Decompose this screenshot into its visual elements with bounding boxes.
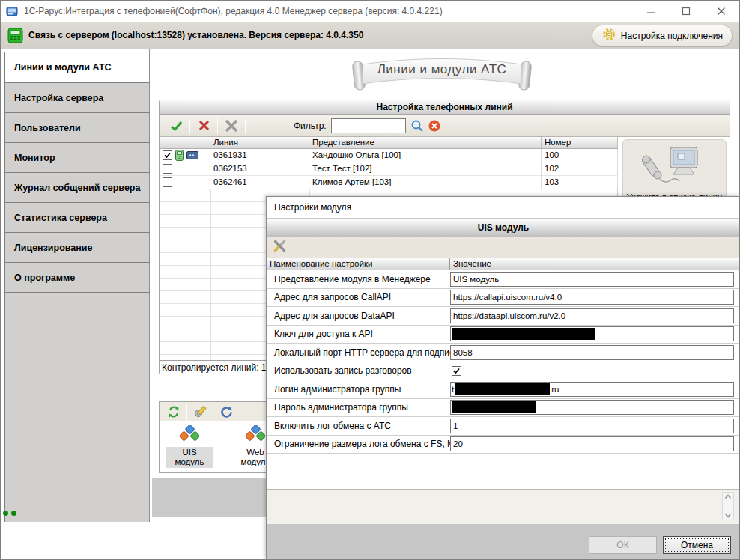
column-header-setting-name[interactable]: Наименование настройки (267, 258, 450, 270)
name-cell: Тест Тест [102] (309, 162, 542, 176)
table-row[interactable]: 0361931Хандошко Ольга [100]100 (160, 149, 618, 162)
setting-label: Адрес для запросов CallAPI (267, 292, 450, 302)
settings-table-header: Наименование настройки Значение (267, 258, 740, 270)
line-checkbox[interactable] (163, 164, 172, 174)
setting-description-area (267, 489, 740, 523)
setting-label: Ключ для доступа к API (267, 329, 450, 339)
reject-lines-button[interactable] (193, 120, 214, 131)
redaction-bar (455, 383, 550, 395)
reload-module-button[interactable] (216, 405, 236, 419)
app-icon (6, 5, 18, 20)
line-cell: 0361931 (210, 149, 309, 162)
gear-icon (601, 27, 616, 44)
refresh-modules-button[interactable] (164, 405, 184, 419)
scroll-down-icon[interactable] (724, 513, 732, 518)
setting-row: Локальный порт HTTP сервера для подписки (267, 344, 740, 362)
refresh-icon (167, 405, 181, 419)
search-button[interactable] (410, 119, 424, 133)
sidebar-item[interactable]: Монитор (5, 142, 149, 172)
number-cell: 102 (542, 162, 618, 176)
setting-input[interactable] (450, 308, 734, 323)
check-icon (170, 120, 183, 132)
setting-input[interactable] (450, 436, 734, 451)
module-settings-dialog: Настройки модуля UIS модуль Наименование… (266, 196, 740, 560)
setting-row: Ключ для доступа к API (267, 326, 740, 344)
bottom-toolbar-strip (152, 478, 270, 517)
check-mark (453, 368, 460, 374)
clear-filter-button[interactable] (428, 120, 440, 132)
table-row[interactable]: 0362153Тест Тест [102]102 (160, 162, 618, 176)
setting-value-cell (450, 400, 740, 415)
scroll-up-icon[interactable] (724, 494, 732, 499)
redaction-suffix: ru (551, 385, 559, 394)
titlebar: 1С-Рарус:Интеграция с телефонией(СофтФон… (0, 0, 740, 22)
setting-value-cell: tru (450, 382, 740, 397)
column-header-setting-value[interactable]: Значение (450, 258, 740, 270)
maximize-icon (682, 7, 691, 16)
reload-icon (219, 405, 233, 419)
setting-input[interactable] (450, 345, 734, 360)
sidebar-item[interactable]: Линии и модули АТС (5, 52, 149, 82)
lines-toolbar: Фильтр: (160, 115, 730, 137)
setting-label: Представление модуля в Менеджере (267, 274, 450, 284)
sidebar-item[interactable]: Лицензирование (5, 232, 149, 262)
setting-label: Пароль администратора группы (267, 402, 450, 413)
line-cell: 0362461 (210, 176, 309, 189)
setting-row: Пароль администратора группы (267, 399, 740, 418)
lines-table-header: Линия Представление Номер (160, 137, 618, 149)
number-cell: 103 (542, 176, 618, 189)
status-dot (11, 511, 16, 516)
setting-input[interactable] (450, 272, 734, 287)
sidebar-item[interactable]: Настройка сервера (5, 82, 149, 112)
edit-module-settings-button[interactable] (190, 405, 210, 419)
maximize-button[interactable] (669, 0, 703, 22)
ok-button[interactable]: ОК (589, 536, 657, 554)
setting-redacted-field[interactable] (450, 326, 734, 341)
name-cell: Климов Артем [103] (309, 176, 542, 189)
column-header-line[interactable]: Линия (210, 137, 309, 148)
softphone-icon (186, 151, 198, 159)
connection-settings-label: Настройка подключения (621, 31, 723, 41)
setting-redacted-field[interactable]: tru (450, 382, 734, 397)
modules-icon (246, 425, 265, 445)
row-flags-cell (160, 162, 210, 176)
search-icon (410, 119, 424, 133)
column-header-flags[interactable] (160, 137, 210, 148)
column-header-number[interactable]: Номер (542, 137, 618, 148)
number-cell: 100 (542, 149, 618, 162)
cancel-button[interactable]: Отмена (663, 536, 731, 554)
clear-lines-button-disabled[interactable] (221, 119, 242, 133)
setting-label: Логин администратора группы (267, 384, 450, 395)
sidebar-item[interactable]: О программе (5, 262, 149, 292)
minimize-button[interactable] (634, 0, 667, 22)
setting-value-cell (450, 345, 740, 360)
setting-value-cell (450, 290, 740, 305)
sidebar-item[interactable]: Пользователи (5, 112, 149, 142)
gray-cross-icon (225, 119, 238, 133)
setting-row: Представление модуля в Менеджере (267, 270, 740, 289)
close-button[interactable] (704, 0, 738, 22)
scrollbar[interactable] (722, 492, 734, 520)
sidebar-item[interactable]: Статистика сервера (5, 202, 149, 232)
column-header-name[interactable]: Представление (309, 137, 542, 148)
table-row[interactable]: 0362461Климов Артем [103]103 (160, 176, 618, 189)
lines-panel-title: Настройка телефонных линий (160, 100, 730, 115)
line-checkbox[interactable] (163, 177, 172, 187)
connection-settings-button[interactable]: Настройка подключения (592, 25, 733, 46)
check-mark (164, 152, 171, 159)
filter-input[interactable] (331, 118, 406, 133)
sidebar-item[interactable]: Журнал собщений сервера (5, 172, 149, 202)
page-banner-title: Линии и модули АТС (345, 62, 539, 77)
redaction-bar (452, 328, 595, 340)
setting-input[interactable] (450, 419, 734, 433)
setting-redacted-field[interactable] (450, 400, 734, 415)
setting-input[interactable] (450, 290, 734, 305)
gear-pencil-icon (193, 405, 207, 419)
phone-illustration (640, 144, 709, 191)
setting-row: Логин администратора группыtru (267, 380, 740, 399)
setting-checkbox[interactable] (452, 366, 461, 376)
apply-lines-button[interactable] (166, 120, 186, 132)
settings-tools-button[interactable] (273, 239, 287, 256)
module-item[interactable]: UIS модуль (166, 425, 213, 468)
line-checkbox[interactable] (163, 150, 172, 160)
